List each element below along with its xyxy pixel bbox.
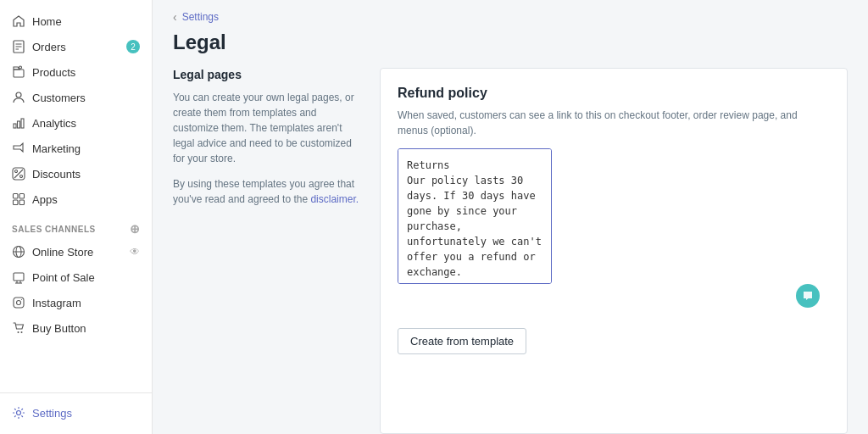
- policy-title: Refund policy: [398, 86, 830, 101]
- orders-icon: [12, 40, 25, 53]
- svg-rect-16: [14, 200, 19, 205]
- svg-rect-8: [18, 121, 20, 128]
- sidebar-bottom: Settings: [0, 392, 152, 426]
- chat-bubble-icon: [796, 284, 820, 308]
- sidebar-item-instagram[interactable]: Instagram: [0, 290, 152, 315]
- svg-rect-21: [14, 273, 24, 281]
- sidebar-item-analytics[interactable]: Analytics: [0, 110, 152, 136]
- products-icon: [12, 65, 25, 79]
- svg-rect-25: [14, 298, 24, 308]
- svg-point-10: [15, 170, 18, 173]
- svg-rect-14: [14, 194, 19, 199]
- svg-point-6: [16, 92, 21, 97]
- sidebar-item-online-store[interactable]: Online Store 👁: [0, 239, 152, 264]
- svg-rect-7: [14, 124, 16, 128]
- svg-point-26: [17, 301, 21, 305]
- left-panel-description2: By using these templates you agree that …: [173, 176, 359, 207]
- policy-textarea-wrapper: [398, 148, 830, 318]
- sidebar-item-marketing[interactable]: Marketing: [0, 136, 152, 161]
- breadcrumb[interactable]: ‹ Settings: [153, 0, 868, 27]
- online-store-icon: [12, 245, 25, 259]
- sidebar: Home Orders 2 Products: [0, 0, 153, 434]
- disclaimer-link[interactable]: disclaimer.: [310, 193, 359, 205]
- content-area: Legal pages You can create your own lega…: [153, 68, 868, 434]
- settings-icon: [12, 406, 25, 420]
- apps-icon: [12, 192, 25, 206]
- sidebar-item-orders[interactable]: Orders 2: [0, 34, 152, 59]
- add-channel-icon[interactable]: ⊕: [130, 222, 141, 236]
- left-panel: Legal pages You can create your own lega…: [173, 68, 359, 434]
- home-icon: [12, 14, 25, 28]
- orders-badge: 2: [126, 40, 140, 53]
- sidebar-item-apps[interactable]: Apps: [0, 186, 152, 212]
- sidebar-item-discounts[interactable]: Discounts: [0, 161, 152, 186]
- svg-line-12: [14, 170, 23, 178]
- policy-description: When saved, customers can see a link to …: [398, 108, 830, 138]
- sales-channels-section: SALES CHANNELS ⊕: [0, 212, 152, 239]
- svg-point-5: [19, 66, 22, 69]
- analytics-icon: [12, 116, 25, 130]
- svg-rect-17: [19, 200, 25, 205]
- online-store-visibility-icon[interactable]: 👁: [130, 246, 140, 258]
- pos-icon: [12, 270, 25, 284]
- discounts-icon: [12, 167, 25, 181]
- svg-rect-9: [21, 119, 24, 128]
- sidebar-item-home[interactable]: Home: [0, 8, 152, 34]
- policy-textarea[interactable]: [398, 148, 552, 284]
- customers-icon: [12, 91, 25, 104]
- svg-rect-4: [14, 70, 24, 77]
- sidebar-item-products[interactable]: Products: [0, 59, 152, 85]
- page-header: Legal: [153, 27, 868, 68]
- buy-button-icon: [12, 321, 25, 335]
- right-panel: Refund policy When saved, customers can …: [380, 68, 848, 434]
- svg-point-11: [20, 175, 23, 178]
- left-panel-description1: You can create your own legal pages, or …: [173, 90, 359, 166]
- sidebar-item-customers[interactable]: Customers: [0, 85, 152, 110]
- svg-point-27: [21, 299, 22, 300]
- svg-point-29: [21, 331, 23, 333]
- sidebar-item-buy-button[interactable]: Buy Button: [0, 315, 152, 341]
- main-content: ‹ Settings Legal Legal pages You can cre…: [153, 0, 868, 434]
- create-from-template-button[interactable]: Create from template: [398, 328, 526, 354]
- svg-rect-15: [19, 194, 25, 199]
- svg-point-30: [17, 411, 21, 415]
- breadcrumb-label: Settings: [182, 11, 219, 23]
- svg-point-28: [18, 331, 19, 333]
- page-title: Legal: [173, 31, 848, 54]
- marketing-icon: [12, 142, 25, 155]
- sidebar-item-point-of-sale[interactable]: Point of Sale: [0, 264, 152, 290]
- breadcrumb-chevron: ‹: [173, 10, 177, 24]
- template-btn-row: Create from template: [398, 328, 830, 354]
- sidebar-item-settings[interactable]: Settings: [0, 400, 152, 426]
- left-panel-heading: Legal pages: [173, 68, 359, 81]
- instagram-icon: [12, 296, 25, 309]
